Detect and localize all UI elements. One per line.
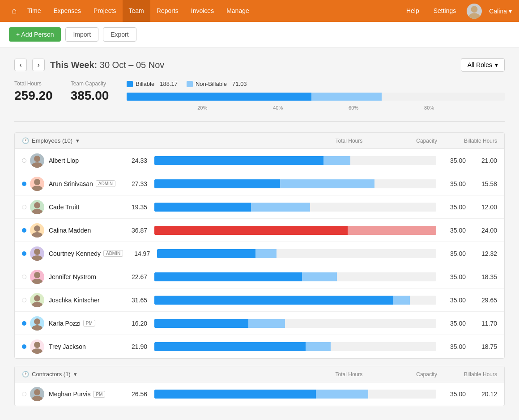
total-hours-cell: 14.97	[123, 250, 150, 257]
billable-bar	[154, 203, 251, 212]
col-capacity-header: Capacity	[416, 138, 437, 144]
summary-nonbillable-bar	[311, 93, 381, 101]
capacity-cell: 35.00	[443, 273, 466, 280]
billable-hours-cell: 18.75	[466, 343, 497, 350]
employee-name[interactable]: Karla PozziPM	[49, 320, 120, 327]
svg-point-11	[32, 255, 43, 261]
chevron-down-icon: ▾	[74, 371, 77, 378]
billable-legend: Billable 188.17	[127, 81, 178, 87]
employee-name[interactable]: Joschka Kintscher	[49, 297, 120, 304]
billable-value: 188.17	[160, 81, 178, 87]
total-hours-cell: 26.56	[120, 390, 147, 398]
clock-icon: 🕐	[22, 137, 29, 144]
chart-area: Billable 188.17 Non-Billable 71.03 20% 4…	[127, 81, 505, 110]
employees-group-label[interactable]: Employees (10) ▾	[32, 137, 79, 144]
nonbillable-bar	[306, 342, 331, 351]
total-hours-cell: 31.65	[120, 297, 147, 304]
nav-time[interactable]: Time	[21, 0, 47, 22]
avatar	[30, 223, 44, 238]
status-dot	[22, 344, 26, 349]
status-dot	[22, 392, 26, 396]
tick-80: 80%	[424, 105, 434, 110]
table-row: Meghan PurvisPM26.5635.0020.12	[15, 382, 504, 406]
employee-name[interactable]: Calina Madden	[49, 227, 120, 234]
employee-name[interactable]: Trey Jackson	[49, 343, 120, 350]
employee-name[interactable]: Cade Truitt	[49, 204, 120, 211]
nav-help[interactable]: Help	[403, 0, 423, 22]
capacity-cell: 35.00	[443, 343, 466, 350]
nonbillable-bar	[348, 226, 436, 235]
billable-bar	[154, 272, 302, 281]
hours-bar	[154, 272, 436, 281]
svg-point-9	[32, 232, 43, 238]
billable-hours-cell: 18.35	[466, 273, 497, 280]
chevron-down-icon: ▾	[495, 61, 498, 68]
svg-point-3	[32, 162, 43, 168]
avatar	[467, 4, 482, 19]
avatar	[30, 153, 44, 168]
svg-point-0	[471, 6, 478, 13]
billable-hours-cell: 12.32	[466, 250, 497, 257]
week-title: This Week: 30 Oct – 05 Nov	[50, 60, 164, 70]
col-billable-header: Billable Hours	[464, 371, 497, 378]
nav-expenses[interactable]: Expenses	[47, 0, 87, 22]
roles-label: All Roles	[468, 61, 492, 68]
user-menu[interactable]: Calina ▾	[489, 8, 512, 15]
status-dot	[22, 275, 26, 279]
billable-bar	[154, 156, 323, 165]
nonbillable-bar	[323, 156, 350, 165]
nav-manage[interactable]: Manage	[220, 0, 255, 22]
contractors-group-label[interactable]: Contractors (1) ▾	[32, 371, 77, 378]
nav-projects[interactable]: Projects	[87, 0, 123, 22]
billable-bar	[154, 179, 280, 188]
table-row: Joschka Kintscher31.6535.0029.65	[15, 288, 504, 312]
billable-color	[127, 81, 133, 87]
total-hours-stat: Total Hours 259.20	[14, 81, 53, 103]
prev-week-button[interactable]: ‹	[14, 59, 27, 71]
col-total-header: Total Hours	[336, 138, 363, 144]
employee-name[interactable]: Courtney KennedyADMIN	[49, 250, 123, 257]
nav-settings[interactable]: Settings	[430, 0, 460, 22]
roles-dropdown[interactable]: All Roles ▾	[461, 58, 505, 72]
employee-name[interactable]: Jennifer Nystrom	[49, 273, 120, 280]
employee-name[interactable]: Arun SrinivasanADMIN	[49, 180, 120, 187]
employee-name[interactable]: Meghan PurvisPM	[49, 390, 120, 398]
legend: Billable 188.17 Non-Billable 71.03	[127, 81, 505, 87]
role-badge: ADMIN	[103, 250, 123, 257]
svg-point-21	[32, 396, 43, 401]
import-button[interactable]: Import	[65, 27, 98, 42]
total-hours-cell: 36.87	[120, 227, 147, 234]
add-person-button[interactable]: + Add Person	[9, 27, 61, 42]
billable-hours-cell: 15.58	[466, 180, 497, 187]
tick-40: 40%	[273, 105, 283, 110]
nonbillable-value: 71.03	[232, 81, 247, 87]
team-capacity-label: Team Capacity	[71, 81, 109, 87]
nav-reports[interactable]: Reports	[150, 0, 185, 22]
svg-point-18	[34, 342, 40, 348]
employees-header: 🕐 Employees (10) ▾ Total Hours Capacity …	[15, 133, 504, 149]
nonbillable-bar	[316, 390, 368, 399]
week-header: ‹ › This Week: 30 Oct – 05 Nov All Roles…	[14, 58, 505, 72]
svg-point-1	[469, 13, 481, 19]
svg-point-17	[32, 325, 43, 331]
table-row: Albert Llop24.3335.0021.00	[15, 149, 504, 172]
nav-invoices[interactable]: Invoices	[185, 0, 220, 22]
home-icon[interactable]: ⌂	[7, 6, 21, 16]
table-row: Arun SrinivasanADMIN27.3335.0015.58	[15, 172, 504, 195]
billable-bar	[154, 342, 306, 351]
hours-bar	[154, 319, 436, 328]
svg-point-5	[32, 186, 43, 191]
role-badge: ADMIN	[96, 180, 115, 187]
role-badge: PM	[83, 320, 95, 327]
nav-team[interactable]: Team	[123, 0, 150, 22]
export-button[interactable]: Export	[103, 27, 136, 42]
hours-bar	[154, 390, 436, 399]
stats-row: Total Hours 259.20 Team Capacity 385.00 …	[14, 81, 505, 122]
employee-name[interactable]: Albert Llop	[49, 157, 120, 164]
billable-hours-cell: 21.00	[466, 157, 497, 164]
next-week-button[interactable]: ›	[32, 59, 45, 71]
status-dot	[22, 182, 26, 186]
avatar	[30, 177, 44, 191]
avatar	[30, 246, 44, 261]
hours-bar	[154, 179, 436, 188]
